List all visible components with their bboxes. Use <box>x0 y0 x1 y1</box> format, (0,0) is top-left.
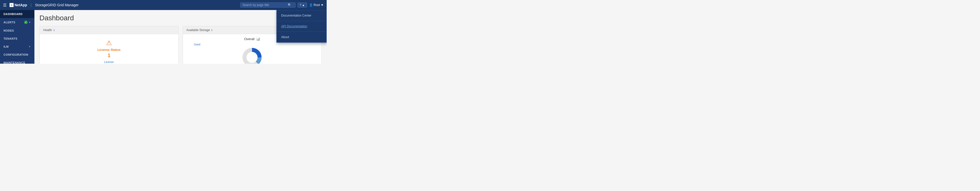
sidebar-item-ilm[interactable]: ILM ▼ <box>0 43 34 51</box>
health-link[interactable]: License <box>104 60 114 63</box>
sidebar-label-tenants: TENANTS <box>3 37 18 40</box>
help-dropdown: Documentation Center API Documentation A… <box>277 10 327 43</box>
sidebar-label-dashboard: DASHBOARD <box>3 13 22 16</box>
health-header-label: Health <box>43 28 52 32</box>
dropdown-item-api[interactable]: API Documentation <box>277 21 326 32</box>
user-chevron: ▼ <box>321 3 324 7</box>
nav-divider: | <box>31 3 32 7</box>
donut-chart <box>242 47 262 64</box>
used-label: Used <box>194 43 200 46</box>
health-count: 1 <box>108 53 110 58</box>
search-input[interactable] <box>242 3 288 7</box>
health-card-body: ⚠ License Status 1 License <box>40 34 178 64</box>
help-chevron: ▲ <box>302 3 305 6</box>
sidebar-label-maintenance: MAINTENANCE <box>3 61 25 64</box>
logo-box: n <box>10 3 14 7</box>
storage-header-label: Available Storage <box>186 28 210 32</box>
dropdown-item-docs[interactable]: Documentation Center <box>277 10 326 21</box>
ilm-chevron: ▼ <box>29 45 31 48</box>
sidebar-item-maintenance[interactable]: MAINTENANCE <box>0 58 34 64</box>
dropdown-item-about[interactable]: About <box>277 32 326 43</box>
sidebar-item-nodes[interactable]: NODES <box>0 27 34 35</box>
nav-left: ☰ n NetApp | StorageGRID Grid Manager <box>3 3 240 8</box>
sidebar-item-configuration[interactable]: CONFIGURATION <box>0 51 34 58</box>
nav-right: 🔍 ? ▲ 👤 Root ▼ <box>240 3 324 8</box>
sidebar-label-ilm: ILM <box>3 45 8 48</box>
app-title: StorageGRID Grid Manager <box>35 3 79 7</box>
sidebar-label-alerts: ALERTS <box>3 21 15 24</box>
user-button[interactable]: 👤 Root ▼ <box>309 3 324 7</box>
sidebar-item-dashboard[interactable]: DASHBOARD <box>0 10 34 18</box>
user-icon: 👤 <box>309 3 313 7</box>
storage-info-icon[interactable]: ℹ <box>211 28 212 32</box>
brand-name: NetApp <box>14 3 27 7</box>
health-info-icon[interactable]: ℹ <box>54 28 54 32</box>
sidebar-item-tenants[interactable]: TENANTS <box>0 35 34 43</box>
user-label: Root <box>313 3 320 7</box>
overall-label: Overall 📊 <box>244 37 260 41</box>
overall-text: Overall <box>244 37 255 41</box>
help-icon: ? <box>300 3 301 6</box>
sidebar-label-nodes: NODES <box>3 29 14 32</box>
netapp-logo: n NetApp <box>10 3 27 7</box>
search-bar[interactable]: 🔍 <box>240 3 296 8</box>
health-card: Health ℹ ⚠ License Status 1 License <box>40 26 179 64</box>
help-button[interactable]: ? ▲ <box>298 3 307 8</box>
health-warning-icon: ⚠ <box>106 39 112 47</box>
health-card-header: Health ℹ <box>40 26 178 34</box>
alerts-badge: ✓ <box>24 21 28 24</box>
sidebar-label-configuration: CONFIGURATION <box>3 53 29 56</box>
health-status-label: License Status <box>97 48 121 52</box>
search-icon: 🔍 <box>288 3 291 7</box>
hamburger-icon[interactable]: ☰ <box>3 3 6 8</box>
bar-chart-icon: 📊 <box>256 37 260 41</box>
sidebar: DASHBOARD ALERTS ✓ ▼ NODES TENANTS ILM ▼… <box>0 10 34 64</box>
alerts-chevron: ▼ <box>29 21 31 24</box>
top-nav: ☰ n NetApp | StorageGRID Grid Manager 🔍 … <box>0 0 327 10</box>
sidebar-item-alerts[interactable]: ALERTS ✓ ▼ <box>0 18 34 27</box>
